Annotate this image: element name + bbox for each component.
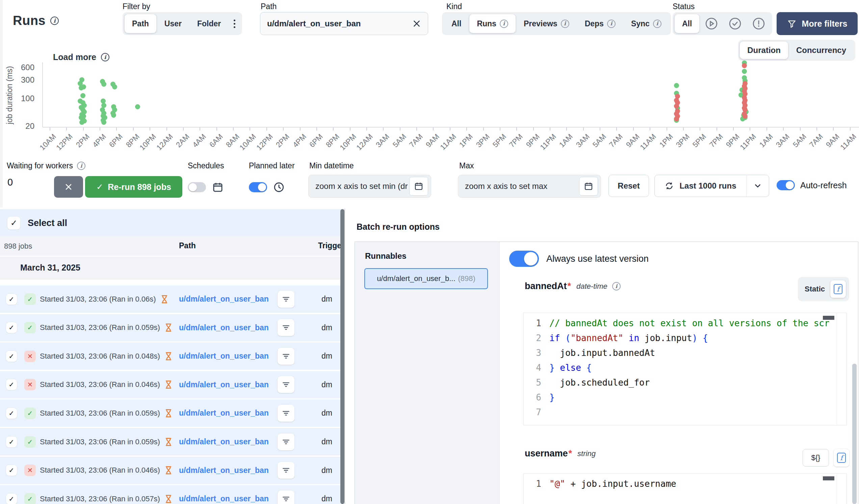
filterby-option-folder[interactable]: Folder (190, 14, 228, 33)
editor-code[interactable]: "@" + job.input.username (546, 474, 846, 504)
row-path-link[interactable]: u/dm/alert_on_user_ban (179, 351, 269, 361)
static-mode-label[interactable]: Static (805, 285, 825, 294)
filter-by-path-button[interactable] (277, 319, 295, 336)
row-path-link[interactable]: u/dm/alert_on_user_ban (179, 323, 269, 332)
row-checkbox[interactable]: ✓ (6, 379, 17, 390)
planned-later-label: Planned later (249, 161, 295, 170)
rerun-jobs-button[interactable]: ✓ Re-run 898 jobs (85, 176, 182, 198)
load-more-label[interactable]: Load more (53, 52, 96, 62)
planned-later-toggle[interactable] (249, 182, 267, 192)
x-tick (800, 127, 801, 130)
chart-view-option-concurrency[interactable]: Concurrency (789, 42, 854, 59)
y-tick-label: 600 (21, 63, 34, 72)
jobs-list-scrollbar[interactable] (340, 209, 344, 504)
clock-icon[interactable] (273, 182, 285, 193)
filter-by-path-button[interactable] (277, 376, 295, 393)
info-icon[interactable]: i (561, 19, 569, 28)
max-datetime-input[interactable]: zoom x axis to set max (458, 175, 601, 198)
kind-option-all[interactable]: All (444, 14, 469, 33)
row-path-link[interactable]: u/dm/alert_on_user_ban (179, 437, 269, 446)
filter-by-path-button[interactable] (277, 348, 295, 365)
row-checkbox[interactable]: ✓ (6, 294, 17, 305)
row-path-link[interactable]: u/dm/alert_on_user_ban (179, 409, 269, 418)
row-path-link[interactable]: u/dm/alert_on_user_ban (179, 494, 269, 503)
path-filter-input[interactable]: u/dm/alert_on_user_ban (260, 12, 428, 35)
x-tick (350, 127, 350, 130)
row-checkbox[interactable]: ✓ (6, 322, 17, 333)
table-row[interactable]: ✓ ✕ Started 31/03, 23:06 (Ran in 0.048s)… (0, 342, 340, 370)
reset-button[interactable]: Reset (608, 175, 649, 197)
auto-refresh-toggle[interactable] (777, 180, 795, 190)
clear-path-icon[interactable] (412, 19, 421, 28)
kind-option-runs[interactable]: Runsi (469, 14, 516, 33)
kind-option-sync[interactable]: Synci (624, 14, 669, 33)
schedules-toggle[interactable] (188, 182, 206, 192)
row-path-link[interactable]: u/dm/alert_on_user_ban (179, 466, 269, 475)
row-checkbox[interactable]: ✓ (6, 493, 17, 504)
filter-by-segmented: PathUserFolder (123, 12, 242, 35)
filter-by-path-button[interactable] (277, 462, 295, 479)
bannedat-code-editor[interactable]: 1234567 // bannedAt does not exist on al… (523, 313, 847, 425)
table-row[interactable]: ✓ ✓ Started 31/03, 23:06 (Ran in 0.059s)… (0, 314, 340, 342)
x-tick (150, 127, 150, 130)
info-icon[interactable]: i (653, 19, 662, 28)
runs-info-icon[interactable]: i (50, 17, 59, 25)
row-checkbox[interactable]: ✓ (6, 437, 17, 447)
table-row[interactable]: ✓ ✓ Started 31/03, 23:06 (Ran in 0.06s) … (0, 285, 340, 313)
info-icon[interactable]: i (500, 19, 508, 28)
status-option-all[interactable]: All (675, 14, 699, 33)
filter-by-path-button[interactable] (277, 405, 295, 422)
table-row[interactable]: ✓ ✓ Started 31/03, 23:06 (Ran in 0.059s)… (0, 428, 340, 455)
panel-divider[interactable] (344, 208, 345, 504)
load-more-info-icon[interactable]: i (101, 53, 109, 61)
runnable-item[interactable]: u/dm/alert_on_user_b... (898) (364, 268, 488, 289)
filterby-option-user[interactable]: User (157, 14, 189, 33)
cancel-selection-button[interactable] (54, 176, 83, 198)
javascript-mode-button[interactable]: f (834, 449, 849, 467)
scrollbar-thumb[interactable] (340, 209, 344, 504)
duration-scatter-chart[interactable] (42, 62, 859, 127)
status-success-icon[interactable] (724, 14, 747, 33)
min-datetime-calendar-button[interactable] (409, 177, 428, 196)
row-checkbox[interactable]: ✓ (6, 408, 17, 419)
table-row[interactable]: ✓ ✓ Started 31/03, 23:06 (Ran in 0.057s)… (0, 485, 340, 504)
filter-by-path-button[interactable] (277, 291, 295, 308)
max-datetime-calendar-button[interactable] (579, 177, 598, 196)
load-more-block[interactable]: Load more i (53, 52, 109, 62)
info-icon[interactable]: i (607, 19, 616, 28)
row-checkbox[interactable]: ✓ (6, 351, 17, 362)
kind-option-previews[interactable]: Previewsi (516, 14, 577, 33)
status-failure-icon[interactable] (747, 14, 770, 33)
editor-code[interactable]: // bannedAt does not exist on all versio… (546, 313, 846, 425)
refresh-runs-button[interactable]: Last 1000 runs (655, 175, 746, 197)
filterby-option-path[interactable]: Path (125, 14, 156, 33)
field-info-icon[interactable]: i (612, 282, 621, 290)
calendar-icon[interactable] (212, 182, 224, 193)
filter-by-path-button[interactable] (277, 434, 295, 450)
scrollbar-thumb[interactable] (852, 364, 857, 504)
latest-version-toggle[interactable] (509, 251, 539, 267)
chart-view-option-duration[interactable]: Duration (740, 42, 788, 59)
username-code-editor[interactable]: 1 "@" + job.input.username (523, 473, 847, 504)
waiting-info-icon[interactable]: i (77, 162, 86, 170)
batch-panel-scrollbar[interactable] (852, 364, 857, 504)
expr-mode-button[interactable]: ${} (803, 449, 829, 467)
row-path-link[interactable]: u/dm/alert_on_user_ban (179, 295, 269, 304)
select-all-checkbox[interactable]: ✓ (7, 217, 20, 230)
min-datetime-input[interactable]: zoom x axis to set min (dr (308, 175, 431, 198)
row-started-text: Started 31/03, 23:06 (Ran in 0.046s) (40, 380, 160, 389)
row-checkbox[interactable]: ✓ (6, 465, 17, 476)
editor-minimap (823, 476, 834, 481)
kind-option-deps[interactable]: Depsi (577, 14, 623, 33)
javascript-mode-button[interactable]: f (830, 280, 846, 298)
more-filters-button[interactable]: More filters (777, 12, 858, 35)
filter-by-more-icon[interactable] (229, 19, 240, 28)
table-row[interactable]: ✓ ✕ Started 31/03, 23:06 (Ran in 0.046s)… (0, 457, 340, 484)
filter-by-path-button[interactable] (277, 490, 295, 504)
table-row[interactable]: ✓ ✕ Started 31/03, 23:06 (Ran in 0.046s)… (0, 371, 340, 398)
runs-count-dropdown[interactable] (747, 175, 769, 197)
row-path-link[interactable]: u/dm/alert_on_user_ban (179, 380, 269, 389)
table-row[interactable]: ✓ ✓ Started 31/03, 23:06 (Ran in 0.059s)… (0, 399, 340, 427)
x-tick (83, 127, 84, 130)
status-running-icon[interactable] (700, 14, 723, 33)
